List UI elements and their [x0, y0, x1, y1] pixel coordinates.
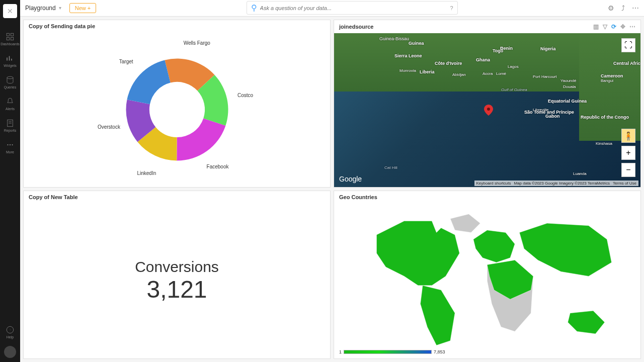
pie-slice-label: LinkedIn [137, 170, 156, 175]
map-place: Luanda [573, 171, 587, 176]
map-place: Gulf of Guinea [501, 87, 527, 92]
move-icon[interactable]: ✥ [620, 23, 625, 30]
sidebar-item-help[interactable]: ? Help [0, 321, 20, 343]
map-place: Monrovia [399, 68, 416, 73]
sidebar-item-widgets[interactable]: Widgets [0, 50, 20, 71]
widget-kpi: Copy of New Table Conversions 3,121 [23, 191, 331, 359]
page-title: Playground [25, 5, 56, 12]
svg-text:?: ? [9, 328, 11, 332]
map-place: Yaoundé [560, 78, 576, 83]
kpi-body: Conversions 3,121 [24, 203, 330, 358]
legend-gradient [344, 350, 432, 354]
search-box[interactable]: ⚲ ? [247, 1, 458, 15]
map-place: Bangui [601, 78, 613, 83]
svg-point-13 [487, 108, 490, 111]
refresh-icon[interactable]: ⟳ [611, 23, 616, 30]
filter-icon[interactable]: ▽ [603, 23, 607, 30]
sidebar-item-reports[interactable]: Reports [0, 115, 20, 136]
world-map-svg [342, 207, 633, 354]
kebab-icon[interactable]: ⋯ [629, 23, 635, 30]
svg-rect-2 [7, 38, 9, 40]
map-place: Guinea [409, 41, 424, 46]
pie-slice-label: Wells Fargo [184, 40, 210, 45]
sidebar-item-queries[interactable]: Queries [0, 71, 20, 93]
legend-min: 1 [339, 349, 342, 354]
map-place: Accra [482, 71, 493, 76]
widget-title: Geo Countries [339, 194, 377, 200]
widget-pie: Copy of Sending data pie Wells FargoCost… [23, 20, 331, 188]
avatar[interactable] [4, 346, 16, 358]
map-place: Douala [563, 84, 576, 89]
sidebar: ✕ Dashboards Widgets Queries Alerts Repo… [0, 0, 20, 362]
map-place: Central African Republic [613, 61, 640, 66]
app-logo[interactable]: ✕ [3, 4, 17, 18]
pie-slice-label: Target [119, 59, 133, 64]
gear-icon[interactable]: ⚙ [608, 4, 614, 12]
map-place: Gabon [545, 114, 560, 119]
choropleth-legend: 1 7,853 [339, 349, 445, 354]
map-place: Benin [500, 46, 513, 51]
map-place: Cameroon [601, 73, 623, 78]
report-icon [6, 119, 15, 128]
more-icon [6, 140, 15, 149]
zoom-out-button[interactable]: − [621, 163, 635, 177]
google-map[interactable]: Guinea-Bissau Guinea Sierra Leone Liberi… [334, 33, 640, 188]
map-place: Abidjan [452, 72, 466, 77]
breadcrumb[interactable]: Playground ▾ [25, 5, 66, 12]
widget-icon [6, 54, 15, 63]
kpi-label: Conversions [135, 258, 219, 276]
sidebar-item-alerts[interactable]: Alerts [0, 93, 20, 115]
map-place: Equatorial Guinea [548, 99, 587, 104]
map-place: Lomé [496, 71, 506, 76]
widget-title: Copy of New Table [29, 194, 78, 200]
kpi-value: 3,121 [146, 276, 207, 303]
pie-slice-label: Overstock [98, 124, 120, 129]
dashboard-icon [6, 32, 15, 41]
legend-max: 7,853 [434, 349, 445, 354]
map-attribution: Keyboard shortcuts Map data ©2023 Google… [474, 180, 638, 186]
sidebar-item-more[interactable]: More [0, 136, 20, 158]
sidebar-label: Dashboards [1, 42, 20, 46]
fullscreen-button[interactable]: ⛶ [621, 38, 635, 52]
zoom-in-button[interactable]: + [621, 146, 635, 160]
sidebar-label: Queries [4, 85, 17, 89]
svg-rect-1 [11, 33, 14, 36]
chart-type-icon[interactable]: ▥ [593, 23, 599, 30]
query-icon [6, 75, 15, 84]
map-place: Guinea-Bissau [379, 36, 409, 41]
pie-chart[interactable]: Wells FargoCostcoFacebookLinkedInOversto… [24, 32, 330, 188]
map-place: Cat Hill [384, 165, 397, 170]
help-icon: ? [6, 325, 15, 334]
sidebar-label: Alerts [6, 107, 15, 111]
svg-rect-3 [11, 38, 14, 40]
search-input[interactable] [260, 5, 450, 11]
sidebar-label: Reports [4, 129, 17, 132]
sidebar-item-dashboards[interactable]: Dashboards [0, 28, 20, 50]
share-icon[interactable]: ⤴ [621, 4, 625, 12]
map-place: Sierra Leone [394, 53, 422, 58]
pie-slice-label: Costco [237, 92, 253, 98]
bell-icon [6, 97, 15, 106]
map-place: Ghana [476, 57, 490, 62]
choropleth-map[interactable]: 1 7,853 [334, 203, 640, 358]
map-place: Liberia [420, 69, 435, 74]
svg-point-8 [7, 144, 8, 145]
sidebar-label: More [6, 150, 14, 154]
pegman-icon[interactable]: 🧍 [621, 129, 635, 143]
new-button[interactable]: New + [69, 3, 97, 13]
map-place: Lagos [508, 64, 519, 69]
chevron-down-icon: ▾ [59, 5, 61, 11]
map-place: Nigeria [540, 46, 556, 51]
map-pin-icon[interactable] [484, 105, 493, 116]
pie-slice-label: Facebook [207, 164, 229, 169]
widget-map: joinedsource ▥ ▽ ⟳ ✥ ⋯ Guinea-Bissau [334, 20, 641, 188]
map-place: Côte d'Ivoire [435, 61, 462, 66]
question-icon[interactable]: ? [450, 5, 453, 11]
widget-choropleth: Geo Countries [334, 191, 641, 359]
kebab-icon[interactable]: ⋯ [632, 4, 639, 12]
google-logo: Google [339, 175, 362, 183]
map-place: Republic of the Congo [581, 115, 629, 120]
sidebar-label: Widgets [4, 64, 16, 67]
svg-point-10 [12, 144, 13, 145]
map-place: Port Harcourt [533, 74, 557, 79]
